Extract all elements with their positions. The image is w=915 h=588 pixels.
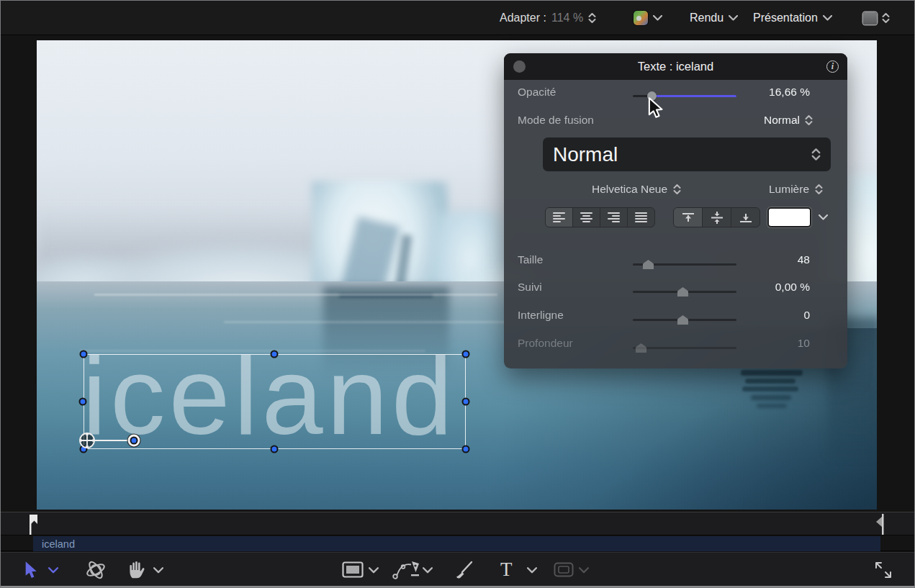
end-marker-icon[interactable] <box>875 514 885 535</box>
playhead-marker-icon[interactable] <box>24 515 37 535</box>
select-tool-chevron-icon[interactable] <box>48 567 58 574</box>
mini-timeline-ruler[interactable] <box>1 512 914 535</box>
horizontal-align-group <box>545 207 655 227</box>
align-right-button[interactable] <box>600 208 628 227</box>
rect-tool-icon <box>342 561 364 578</box>
window-layout-control[interactable] <box>863 1 890 35</box>
layout-square-icon <box>863 12 877 24</box>
stepper-icon <box>882 12 890 24</box>
valign-top-icon <box>681 212 695 223</box>
clip-label: iceland <box>42 538 75 550</box>
depth-label: Profondeur <box>518 337 573 350</box>
stepper-icon <box>815 184 823 195</box>
opacity-value: 16,66 % <box>769 86 810 99</box>
selection-handle-mid-left[interactable] <box>79 398 87 406</box>
tracking-value: 0,00 % <box>775 281 810 294</box>
anchor-point-icon[interactable] <box>77 430 97 451</box>
selection-handle-top-right[interactable] <box>462 350 470 358</box>
info-icon[interactable]: i <box>826 60 839 73</box>
mask-tool-icon <box>554 562 574 577</box>
color-chevron-down-icon[interactable] <box>819 214 828 220</box>
zoom-control[interactable]: Adapter : 114 % <box>500 1 596 35</box>
tracking-slider-thumb[interactable] <box>677 287 688 297</box>
select-tool-icon <box>24 561 38 579</box>
bezier-tool-button[interactable] <box>392 553 423 587</box>
chevron-down-icon <box>823 15 832 21</box>
size-value: 48 <box>798 253 810 266</box>
preset-value: Normal <box>553 143 618 166</box>
text-tool-chevron-icon[interactable] <box>527 567 537 574</box>
valign-bottom-button[interactable] <box>731 208 760 227</box>
text-tool-icon: T <box>500 558 513 581</box>
ripple <box>741 370 803 376</box>
view-label: Présentation <box>753 12 818 24</box>
font-family-value: Helvetica Neue <box>592 183 667 196</box>
size-label: Taille <box>518 253 543 266</box>
leading-label: Interligne <box>518 309 564 322</box>
render-menu[interactable]: Rendu <box>690 1 738 35</box>
paint-tool-button[interactable] <box>454 553 474 587</box>
color-display-menu[interactable] <box>634 1 662 35</box>
ripple <box>757 404 787 408</box>
selection-bounding-box[interactable] <box>84 354 466 449</box>
mask-tool-button <box>554 553 574 587</box>
stepper-icon <box>673 184 681 195</box>
orbit-tool-button[interactable] <box>84 553 107 587</box>
preset-dropdown[interactable]: Normal <box>543 137 831 171</box>
pen-tool-icon <box>392 560 423 580</box>
selection-handle-mid-right[interactable] <box>462 398 470 406</box>
palette-icon <box>634 11 648 25</box>
text-color-swatch[interactable] <box>767 207 811 227</box>
align-center-icon <box>580 212 592 222</box>
baseline-handle[interactable] <box>130 437 138 445</box>
mask-tool-chevron-icon <box>579 567 589 574</box>
text-hud-panel: Texte : iceland i Opacité 16,66 % Mode d… <box>504 53 847 368</box>
rect-tool-chevron-icon[interactable] <box>369 567 379 574</box>
view-menu[interactable]: Présentation <box>753 1 832 35</box>
expand-view-button[interactable] <box>873 553 893 587</box>
pan-tool-button[interactable] <box>127 553 146 587</box>
timeline-clip[interactable]: iceland <box>33 536 880 551</box>
align-left-icon <box>553 212 565 222</box>
bottom-toolbar: T <box>1 552 914 586</box>
stepper-icon[interactable] <box>588 12 596 24</box>
align-left-button[interactable] <box>546 208 573 227</box>
zoom-label: Adapter : <box>500 12 546 24</box>
valign-middle-icon <box>710 212 724 224</box>
font-weight-value: Lumière <box>769 183 809 196</box>
align-justify-icon <box>635 212 647 222</box>
pan-tool-chevron-icon[interactable] <box>153 567 163 574</box>
zoom-value: 114 % <box>551 12 583 24</box>
text-tool-button[interactable]: T <box>500 553 513 587</box>
align-justify-button[interactable] <box>628 208 654 227</box>
expand-arrows-icon <box>873 560 893 580</box>
valign-middle-button[interactable] <box>703 208 731 227</box>
selection-handle-top-left[interactable] <box>80 350 88 358</box>
blend-mode-select[interactable]: Normal <box>764 114 813 127</box>
align-center-button[interactable] <box>573 208 600 227</box>
hud-close-button[interactable] <box>513 60 526 73</box>
selection-handle-top-center[interactable] <box>271 350 279 358</box>
opacity-label: Opacité <box>518 86 556 99</box>
opacity-slider-fill <box>652 95 736 97</box>
depth-slider-thumb <box>636 343 646 353</box>
blend-mode-value: Normal <box>764 114 800 127</box>
font-weight-select[interactable]: Lumière <box>769 183 823 196</box>
ripple <box>751 395 791 400</box>
hud-title: Texte : iceland <box>638 60 713 73</box>
font-family-select[interactable]: Helvetica Neue <box>543 183 730 196</box>
timeline-track: iceland <box>1 536 914 551</box>
leading-slider-thumb[interactable] <box>677 315 688 325</box>
hud-header[interactable]: Texte : iceland i <box>504 53 847 80</box>
size-slider-thumb[interactable] <box>643 260 654 269</box>
stepper-icon <box>805 114 813 126</box>
selection-handle-bottom-center[interactable] <box>271 445 279 453</box>
depth-slider-track <box>633 347 736 349</box>
select-tool-button[interactable] <box>24 553 38 587</box>
ripple <box>745 379 795 384</box>
bezier-tool-chevron-icon[interactable] <box>423 567 433 574</box>
mouse-cursor <box>647 97 664 119</box>
rect-tool-button[interactable] <box>342 553 364 587</box>
valign-top-button[interactable] <box>674 208 703 227</box>
selection-handle-bottom-right[interactable] <box>462 445 470 453</box>
